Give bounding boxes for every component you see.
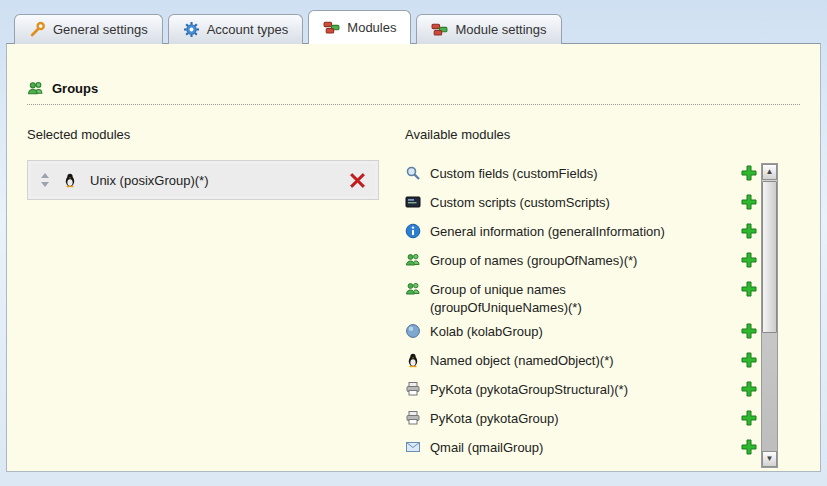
group-icon xyxy=(27,80,44,97)
available-module-row: Custom scripts (customScripts) xyxy=(405,189,757,218)
modules-icon xyxy=(431,21,448,38)
modules-columns: Selected modules Unix (posixGroup)(*) xyxy=(27,127,800,463)
magnifier-icon xyxy=(405,165,421,181)
arrow-up-icon: ▲ xyxy=(766,168,774,176)
add-module-button[interactable] xyxy=(740,351,757,368)
script-icon xyxy=(405,194,421,210)
printer-icon xyxy=(405,410,421,426)
available-module-row: Group of names (groupOfNames)(*) xyxy=(405,247,757,276)
available-module-row: General information (generalInformation) xyxy=(405,218,757,247)
module-label: Unix (posixGroup)(*) xyxy=(90,173,208,188)
wrench-icon xyxy=(29,21,46,38)
tab-label: Modules xyxy=(347,20,396,35)
available-module-row: Custom fields (customFields) xyxy=(405,160,757,189)
remove-module-button[interactable] xyxy=(348,171,366,189)
tab-label: Account types xyxy=(207,22,289,37)
tab-general-settings[interactable]: General settings xyxy=(14,14,163,44)
available-modules-scrollbar: ▲ ▼ xyxy=(761,163,778,468)
groups-section-heading: Groups xyxy=(27,80,800,105)
available-module-row: PyKota (pykotaGroupStructural)(*) xyxy=(405,376,757,405)
tab-label: General settings xyxy=(53,22,148,37)
arrow-down-icon: ▼ xyxy=(766,455,774,463)
module-label: Group of unique names (groupOfUniqueName… xyxy=(430,278,692,316)
penguin-icon xyxy=(62,172,78,188)
add-module-button[interactable] xyxy=(740,380,757,397)
scroll-up-button[interactable]: ▲ xyxy=(762,164,777,180)
available-module-row: Group of unique names (groupOfUniqueName… xyxy=(405,276,757,318)
module-label: General information (generalInformation) xyxy=(430,220,665,241)
available-modules-heading: Available modules xyxy=(405,127,800,142)
module-label: Custom fields (customFields) xyxy=(430,162,598,183)
module-label: PyKota (pykotaGroup) xyxy=(430,407,559,428)
modules-panel: Groups Selected modules Unix (posixGroup… xyxy=(6,43,821,472)
module-label: Named object (namedObject)(*) xyxy=(430,349,614,370)
modules-icon xyxy=(323,19,340,36)
module-label: Custom scripts (customScripts) xyxy=(430,191,610,212)
tab-label: Module settings xyxy=(455,22,546,37)
available-module-row: Kolab (kolabGroup) xyxy=(405,318,757,347)
gear-icon xyxy=(183,21,200,38)
available-modules-list: Custom fields (customFields) Custom scri… xyxy=(405,160,757,463)
tab-account-types[interactable]: Account types xyxy=(168,14,304,44)
drag-handle-icon[interactable] xyxy=(40,172,50,188)
scroll-down-button[interactable]: ▼ xyxy=(762,451,777,467)
module-label: PyKota (pykotaGroupStructural)(*) xyxy=(430,378,628,399)
mail-icon xyxy=(405,439,421,455)
section-title: Groups xyxy=(52,81,98,96)
group-icon xyxy=(405,252,421,268)
available-modules-column: Available modules Custom fields (customF… xyxy=(405,127,800,463)
add-module-button[interactable] xyxy=(740,222,757,239)
selected-module-row: Unix (posixGroup)(*) xyxy=(31,164,375,196)
scrollbar-thumb[interactable] xyxy=(762,181,777,333)
add-module-button[interactable] xyxy=(740,438,757,455)
available-module-row: Qmail (qmailGroup) xyxy=(405,434,757,463)
tab-modules[interactable]: Modules xyxy=(308,10,411,44)
module-label: Kolab (kolabGroup) xyxy=(430,320,543,341)
available-module-row: Named object (namedObject)(*) xyxy=(405,347,757,376)
available-module-row: PyKota (pykotaGroup) xyxy=(405,405,757,434)
add-module-button[interactable] xyxy=(740,164,757,181)
penguin-icon xyxy=(405,352,421,368)
module-label: Group of names (groupOfNames)(*) xyxy=(430,249,637,270)
printer-icon xyxy=(405,381,421,397)
add-module-button[interactable] xyxy=(740,280,757,297)
kolab-icon xyxy=(405,323,421,339)
add-module-button[interactable] xyxy=(740,409,757,426)
add-module-button[interactable] xyxy=(740,193,757,210)
selected-modules-heading: Selected modules xyxy=(27,127,385,142)
module-label: Qmail (qmailGroup) xyxy=(430,436,543,457)
add-module-button[interactable] xyxy=(740,251,757,268)
selected-modules-column: Selected modules Unix (posixGroup)(*) xyxy=(27,127,385,463)
group-icon xyxy=(405,281,421,297)
tab-bar: General settings Account types Modules M… xyxy=(14,10,562,44)
selected-modules-list: Unix (posixGroup)(*) xyxy=(27,160,379,200)
info-icon xyxy=(405,223,421,239)
tab-module-settings[interactable]: Module settings xyxy=(416,14,561,44)
add-module-button[interactable] xyxy=(740,322,757,339)
